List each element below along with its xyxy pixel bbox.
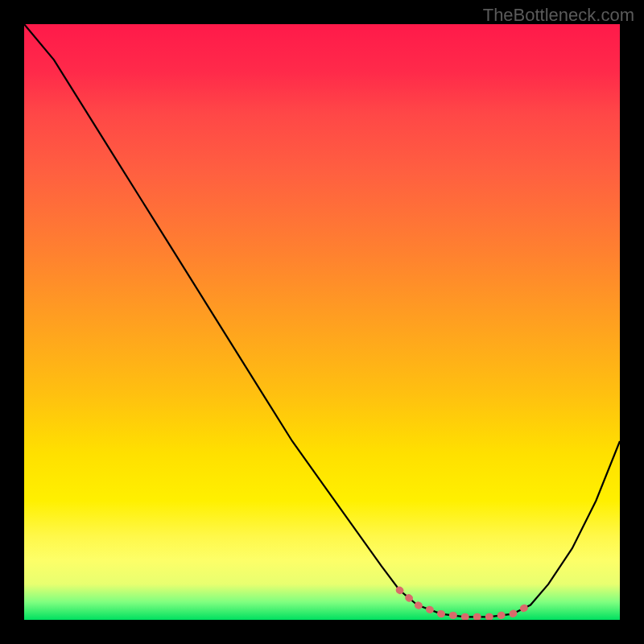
highlight-range [399,590,530,617]
chart-svg [24,24,620,620]
watermark-text: TheBottleneck.com [483,5,634,26]
bottleneck-curve [24,24,620,617]
plot-area [24,24,620,620]
